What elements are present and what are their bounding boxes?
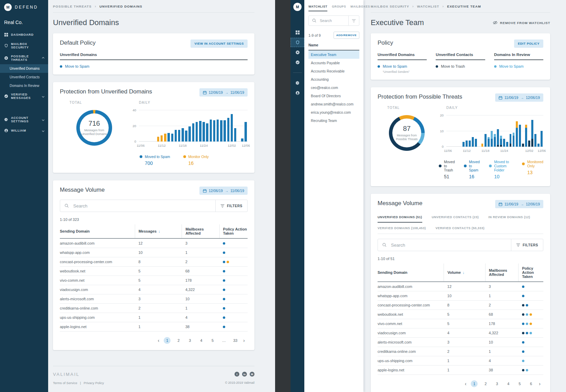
column-header-volume[interactable]: Volume↓ bbox=[444, 264, 486, 282]
table-row[interactable]: apple-logins.net138 bbox=[378, 366, 543, 375]
column-header-sending-domain[interactable]: Sending Domain bbox=[378, 264, 444, 282]
table-row[interactable]: whatspp-app.com101 bbox=[60, 248, 248, 257]
table-row[interactable]: whatspp-app.com101 bbox=[378, 291, 543, 301]
sidebar-item-domains-in-review[interactable]: Domains In Review bbox=[0, 81, 48, 90]
list-item[interactable]: Recruiting Team bbox=[308, 116, 359, 125]
tab-watchlist[interactable]: WATCHLIST bbox=[308, 5, 327, 11]
search-input[interactable] bbox=[390, 242, 511, 248]
table-row[interactable]: concast-processing-center.com82 bbox=[378, 301, 543, 310]
list-item[interactable]: andrew.smith@realco.com bbox=[308, 100, 359, 108]
tab-mailboxes[interactable]: MAILBOXES bbox=[350, 5, 370, 11]
sidebar-item-account-settings[interactable]: ACCOUNT SETTINGS bbox=[0, 113, 48, 126]
email-icon[interactable]: ✉ bbox=[250, 372, 254, 377]
table-row[interactable]: concast-processing-center.com82 bbox=[60, 257, 248, 267]
page-button[interactable]: 6 bbox=[527, 380, 534, 387]
page-button[interactable]: 4 bbox=[198, 337, 205, 344]
page-button[interactable]: 5 bbox=[209, 337, 216, 344]
rail-item-verified-messages[interactable] bbox=[291, 58, 304, 67]
table-row[interactable]: weboutlook.net568 bbox=[60, 267, 248, 276]
tab-verified-domains[interactable]: VERIFIED DOMAINS (108,453) bbox=[378, 223, 426, 234]
column-header-policy-action[interactable]: Policy Action Taken bbox=[219, 224, 248, 238]
page-button[interactable]: 2 bbox=[482, 380, 489, 387]
breadcrumb-parent[interactable]: WATCHLIST bbox=[417, 4, 439, 8]
table-row[interactable]: viadocusign.com44,322 bbox=[378, 328, 543, 338]
table-row[interactable]: ups-us-shipping.com14 bbox=[378, 356, 543, 366]
table-row[interactable]: amazon-audibill.com123 bbox=[378, 282, 543, 291]
table-row[interactable]: creditkarna-online.com21 bbox=[60, 304, 248, 313]
sidebar-item-possible-threats[interactable]: POSSIBLE THREATS bbox=[0, 52, 48, 64]
table-row[interactable]: weboutlook.net568 bbox=[378, 310, 543, 319]
page-button[interactable]: 3 bbox=[493, 380, 500, 387]
date-range-badge[interactable]: 12/06/19 → 11/06/19 bbox=[199, 187, 248, 195]
table-row[interactable]: alerts-microsoft.com310 bbox=[60, 294, 248, 304]
column-header-sending-domain[interactable]: Sending Domain bbox=[60, 224, 135, 238]
prev-page-button[interactable]: ‹ bbox=[465, 381, 467, 387]
table-row[interactable]: vivo-comm.net5178 bbox=[378, 319, 543, 328]
page-button[interactable]: 3 bbox=[186, 337, 193, 344]
remove-from-watchlist-button[interactable]: REMOVE FROM WATCHLIST bbox=[493, 20, 550, 25]
filters-button[interactable]: FILTERS bbox=[511, 239, 543, 251]
date-range-badge[interactable]: 11/06/19 → 12/06/19 bbox=[495, 200, 543, 208]
rail-item-account-settings[interactable] bbox=[291, 78, 304, 88]
date-range-badge[interactable]: 12/06/19 → 11/06/19 bbox=[199, 88, 248, 97]
list-item[interactable]: Accounting bbox=[308, 75, 359, 83]
table-row[interactable]: apple-logins.net138 bbox=[60, 322, 248, 332]
rail-item-user[interactable] bbox=[291, 88, 304, 98]
add-remove-button[interactable]: ADD/REMOVE bbox=[334, 32, 359, 39]
tab-unverified-domains[interactable]: UNVERIFIED DOMAINS (51) bbox=[378, 212, 422, 223]
privacy-policy-link[interactable]: Privacy Policy bbox=[84, 381, 104, 385]
page-button[interactable]: 2 bbox=[175, 337, 182, 344]
tab-in-review-domains[interactable]: IN REVIEW DOMAINS (12) bbox=[488, 212, 530, 223]
filter-button[interactable] bbox=[348, 16, 359, 25]
table-row[interactable]: creditkarna-online.com21 bbox=[378, 347, 543, 356]
prev-page-button[interactable]: ‹ bbox=[158, 338, 160, 343]
rail-item-mailbox-security[interactable] bbox=[291, 38, 304, 47]
sidebar-item-unverified-domains[interactable]: Unverified Domains bbox=[0, 64, 48, 73]
defend-logo-icon[interactable]: M bbox=[293, 3, 302, 11]
list-item[interactable]: Executive Team bbox=[308, 51, 359, 59]
date-range-badge[interactable]: 11/06/19 → 12/06/19 bbox=[495, 93, 543, 102]
search-input[interactable] bbox=[73, 203, 215, 209]
sidebar-item-dashboard[interactable]: DASHBOARD bbox=[0, 30, 48, 40]
linkedin-icon[interactable]: in bbox=[242, 372, 247, 377]
breadcrumb-root[interactable]: MAILBOX SECURITY bbox=[371, 4, 409, 8]
list-item[interactable]: Accounts Payable bbox=[308, 59, 359, 67]
page-button[interactable]: 1 bbox=[164, 337, 171, 344]
search-input[interactable] bbox=[319, 18, 348, 23]
sidebar-item-user[interactable]: WILLIAM bbox=[0, 126, 48, 135]
twitter-icon[interactable]: t bbox=[235, 372, 239, 377]
list-item[interactable]: Accounts Receivable bbox=[308, 67, 359, 75]
sidebar-item-verified-messages[interactable]: VERIFIED MESSAGES bbox=[0, 90, 48, 102]
page-button[interactable]: 5 bbox=[516, 380, 523, 387]
column-header-mailboxes-affected[interactable]: Mailboxes Affected bbox=[485, 264, 518, 282]
sidebar-item-unverified-contacts[interactable]: Unverified Contacts bbox=[0, 73, 48, 81]
sidebar-item-mailbox-security[interactable]: MAILBOX SECURITY bbox=[0, 40, 48, 52]
tab-unverified-contacts[interactable]: UNVERIFIED CONTACTS (23) bbox=[432, 212, 479, 223]
tab-verified-contacts[interactable]: VERIFIED CONTACTS (50,333) bbox=[436, 223, 485, 234]
list-item[interactable]: ceo@realco.com bbox=[308, 83, 359, 92]
view-in-account-settings-button[interactable]: VIEW IN ACCOUNT SETTINGS bbox=[191, 40, 248, 48]
column-header-mailboxes-affected[interactable]: Mailboxes Affected bbox=[182, 224, 219, 238]
list-item[interactable]: Board Of Directors bbox=[308, 92, 359, 100]
column-header-messages[interactable]: Messages↓ bbox=[135, 224, 182, 238]
next-page-button[interactable]: › bbox=[243, 338, 245, 343]
table-row[interactable]: ups-us-shipping.com14 bbox=[60, 313, 248, 322]
filters-button[interactable]: FILTERS bbox=[215, 200, 247, 212]
rail-item-dashboard[interactable] bbox=[291, 28, 304, 37]
table-row[interactable]: vivo-comm.net5178 bbox=[60, 276, 248, 285]
tab-groups[interactable]: GROUPS bbox=[332, 5, 346, 11]
list-item[interactable]: erica.young@realco.com bbox=[308, 108, 359, 116]
table-row[interactable]: amazon-audibill.com123 bbox=[60, 238, 248, 248]
page-button[interactable]: … bbox=[220, 337, 227, 344]
next-page-button[interactable]: › bbox=[539, 381, 541, 387]
table-row[interactable]: viadocusign.com44,322 bbox=[60, 285, 248, 294]
edit-policy-button[interactable]: EDIT POLICY bbox=[514, 40, 543, 48]
terms-of-service-link[interactable]: Terms of Service bbox=[53, 381, 77, 385]
rail-item-possible-threats[interactable] bbox=[291, 48, 304, 57]
page-button[interactable]: 4 bbox=[505, 380, 512, 387]
table-row[interactable]: alerts-microsoft.com310 bbox=[378, 338, 543, 347]
page-button[interactable]: 33 bbox=[232, 337, 239, 344]
column-header-policy-action[interactable]: Policy Action Taken bbox=[519, 264, 543, 282]
page-button[interactable]: 1 bbox=[471, 380, 478, 387]
breadcrumb-parent[interactable]: POSSIBLE THREATS bbox=[53, 4, 91, 8]
